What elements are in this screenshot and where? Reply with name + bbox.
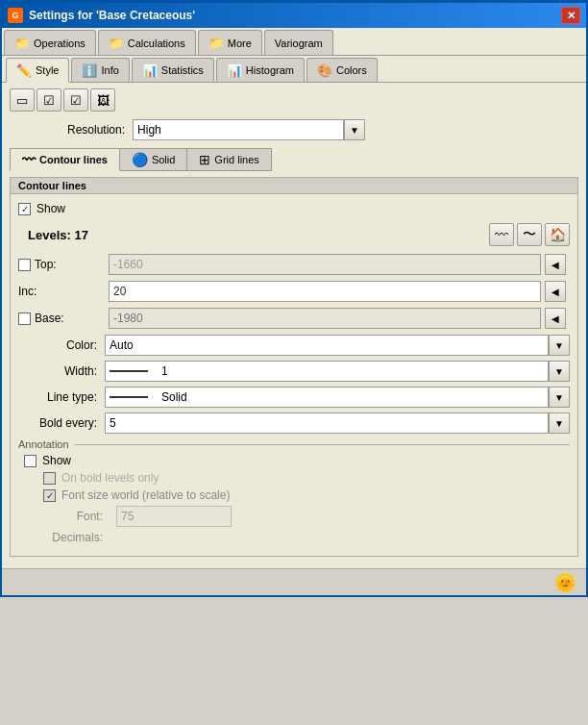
contour-lines-icon: 〰: [22, 152, 36, 167]
tab-more-label: More: [228, 38, 252, 49]
tab-calculations[interactable]: 📁 Calculations: [98, 30, 196, 55]
histogram-icon: 📊: [227, 62, 242, 78]
subtab-contour-lines-label: Contour lines: [39, 154, 108, 165]
color-row: Color: Auto ▼: [18, 335, 570, 356]
top-arrow[interactable]: ◀: [545, 254, 566, 275]
subtab-grid-lines[interactable]: ⊞ Grid lines: [186, 148, 271, 171]
width-select[interactable]: 1: [105, 361, 549, 382]
resolution-label: Resolution:: [67, 123, 125, 137]
on-bold-label: On bold levels only: [61, 471, 159, 485]
line-type-select[interactable]: Solid: [105, 387, 549, 408]
tab-histogram[interactable]: 📊 Histogram: [216, 58, 305, 82]
tab-variogram-label: Variogram: [275, 38, 323, 49]
show-checkbox-row: Show: [18, 202, 570, 215]
line-type-dropdown-arrow[interactable]: ▼: [549, 387, 570, 408]
style-icon: ✏️: [16, 62, 32, 78]
bold-every-select[interactable]: 5: [105, 412, 549, 434]
resolution-dropdown-arrow[interactable]: ▼: [344, 119, 365, 140]
bold-every-dropdown-arrow[interactable]: ▼: [549, 412, 570, 434]
width-dropdown-arrow[interactable]: ▼: [549, 361, 570, 382]
font-input[interactable]: [116, 506, 232, 527]
tab-operations-label: Operations: [34, 38, 86, 49]
font-row: Font:: [24, 506, 570, 527]
show-checkbox[interactable]: [18, 203, 31, 215]
base-checkbox[interactable]: [18, 312, 31, 325]
contour-edit-icon-btn[interactable]: 〰: [489, 223, 514, 246]
solid-icon: 🔵: [132, 152, 148, 167]
font-size-world-checkbox[interactable]: [43, 489, 56, 502]
top-label-wrap: Top:: [18, 258, 105, 271]
inc-input[interactable]: [109, 281, 541, 302]
top-input[interactable]: [109, 254, 541, 275]
bold-every-value: 5: [110, 416, 116, 430]
subtab-row: 〰 Contour lines 🔵 Solid ⊞ Grid lines: [10, 148, 578, 171]
tab-variogram[interactable]: Variogram: [264, 30, 333, 55]
top-row: Top: ◀: [18, 254, 570, 275]
color-label: Color:: [18, 338, 105, 352]
top-label: Top:: [35, 258, 57, 271]
tab-more[interactable]: 📁 More: [198, 30, 262, 55]
bottom-bar: 🌞: [2, 568, 586, 595]
resolution-value: High: [137, 123, 161, 137]
width-label: Width:: [18, 364, 105, 378]
toolbar-btn-2[interactable]: ☑: [37, 88, 61, 112]
color-dropdown-arrow[interactable]: ▼: [549, 335, 570, 356]
tab-style-label: Style: [36, 64, 59, 76]
close-button[interactable]: ✕: [561, 7, 580, 24]
annotation-section: Annotation Show On bold levels only: [18, 438, 570, 544]
subtab-contour-lines[interactable]: 〰 Contour lines: [10, 148, 120, 171]
annotation-show-checkbox[interactable]: [24, 455, 37, 467]
annotation-show-label: Show: [42, 454, 71, 467]
tab-colors[interactable]: 🎨 Colors: [306, 58, 378, 82]
operations-icon: 📁: [14, 36, 30, 51]
tab-statistics[interactable]: 📊 Statistics: [132, 58, 214, 82]
base-row: Base: ◀: [18, 308, 570, 329]
sun-icon[interactable]: 🌞: [551, 569, 578, 596]
line-type-row: Line type: Solid ▼: [18, 387, 570, 408]
more-icon: 📁: [208, 36, 224, 51]
tab-colors-label: Colors: [336, 64, 367, 76]
tab-style[interactable]: ✏️ Style: [6, 58, 69, 83]
line-type-value: Solid: [161, 390, 187, 404]
tab-operations[interactable]: 📁 Operations: [4, 30, 96, 55]
decimals-label: Decimals:: [24, 531, 110, 544]
annotation-body: Show On bold levels only Font size world…: [18, 454, 570, 544]
resolution-select[interactable]: High: [133, 119, 344, 140]
toolbar-btn-3[interactable]: ☑: [63, 88, 88, 112]
title-bar: G Settings for 'Base Cretaceous' ✕: [2, 3, 586, 28]
contour-wave-icon-btn[interactable]: 〜: [517, 223, 542, 246]
base-label-wrap: Base:: [18, 312, 105, 325]
on-bold-checkbox[interactable]: [43, 472, 56, 485]
inc-arrow[interactable]: ◀: [545, 281, 566, 302]
annotation-title: Annotation: [18, 438, 570, 450]
color-select[interactable]: Auto: [105, 335, 549, 356]
subtab-solid[interactable]: 🔵 Solid: [119, 148, 187, 171]
contour-lines-body: Show Levels: 17 〰 〜 🏠 Top:: [11, 194, 577, 556]
base-arrow[interactable]: ◀: [545, 308, 566, 329]
subtab-grid-lines-label: Grid lines: [214, 154, 258, 165]
app-icon: G: [8, 8, 23, 23]
font-label: Font:: [24, 510, 110, 523]
header-icons: 〰 〜 🏠: [489, 223, 570, 246]
statistics-icon: 📊: [142, 62, 158, 78]
info-icon: ℹ️: [82, 62, 97, 78]
contour-folder-icon-btn[interactable]: 🏠: [545, 223, 570, 246]
color-value: Auto: [110, 338, 134, 352]
top-checkbox[interactable]: [18, 259, 31, 271]
width-value: 1: [161, 364, 168, 378]
width-row: Width: 1 ▼: [18, 361, 570, 382]
toolbar-btn-4[interactable]: 🖼: [90, 88, 115, 112]
base-input[interactable]: [109, 308, 541, 329]
bold-every-select-wrap: 5 ▼: [105, 412, 570, 434]
tab-info[interactable]: ℹ️ Info: [71, 58, 129, 82]
window-title: Settings for 'Base Cretaceous': [29, 9, 195, 22]
bold-every-row: Bold every: 5 ▼: [18, 412, 570, 434]
levels-row: Levels: 17 〰 〜 🏠: [18, 223, 570, 246]
show-label: Show: [37, 202, 65, 215]
tab-statistics-label: Statistics: [161, 64, 204, 76]
subtab-solid-label: Solid: [152, 154, 175, 165]
tab-calculations-label: Calculations: [128, 38, 185, 49]
decimals-row: Decimals:: [24, 531, 570, 544]
toolbar-btn-1[interactable]: ▭: [10, 88, 35, 112]
inc-label-wrap: Inc:: [18, 285, 105, 298]
